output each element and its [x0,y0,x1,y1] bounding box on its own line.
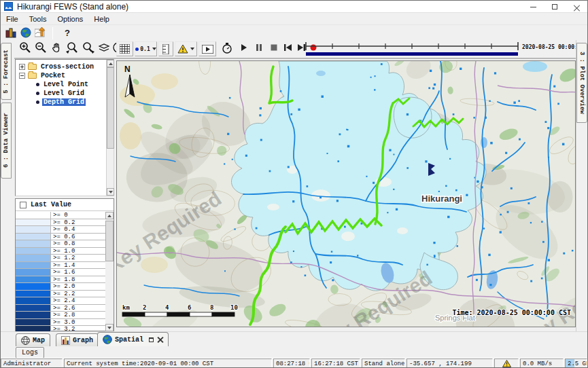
maximize-button[interactable] [544,1,566,13]
legend-scrollbar[interactable] [105,212,114,331]
scroll-down-button[interactable] [107,188,114,196]
timeline-range-bar [306,52,518,56]
timeline-track [305,41,519,58]
legend-label: >= 2.2 [51,291,105,297]
spatial-display-button[interactable] [19,26,33,39]
legend-label: >= 3.2 [51,326,105,331]
help-icon: ? [65,28,70,38]
legend-row: >= 1.4 [16,262,105,270]
zoom-out-button[interactable] [34,41,48,54]
layer-tree-panel: Cross-section Pocket Level Point Level G… [15,59,114,196]
status-gmt-time: 08:27:18 GMT [273,358,310,368]
zoom-in-button[interactable] [18,41,32,54]
tab-label: Graph [73,337,93,344]
folder-icon [28,73,37,79]
menu-tools[interactable]: Tools [24,14,52,24]
warning-dropdown[interactable] [175,41,197,56]
scale-bar-button[interactable] [158,41,173,56]
legend-label: >= 0 [51,212,105,219]
scale-tick: 2 [143,304,146,311]
tree-leaf-level-point[interactable]: Level Point [16,80,114,89]
tab-map[interactable]: Map [16,333,50,346]
legend-label: >= 3.0 [51,319,105,326]
close-button[interactable] [566,1,587,13]
grid-display-button[interactable] [116,41,133,56]
zoom-previous-button[interactable] [65,41,79,54]
tab-graph[interactable]: Graph [56,333,99,346]
legend-row: >= 0.2 [16,219,105,227]
tab-forecast[interactable]: 5 : Forecast [1,43,12,100]
last-value-checkbox[interactable] [20,202,27,208]
legend-color-swatch [16,305,51,312]
logs-label: Logs [22,349,38,356]
layers-button[interactable] [97,41,111,54]
tree-leaf-level-grid[interactable]: Level Grid [16,89,114,98]
globe-icon [21,336,30,345]
status-mode: Stand alone [362,358,405,368]
threshold-dropdown[interactable]: 0.1 [135,41,157,56]
tab-data-viewer[interactable]: 6 : Data Viewer [1,103,12,179]
first-step-button[interactable] [281,41,294,54]
map-time-label: Time: 2020-08-25 00:00:00 CST [452,309,571,316]
warning-icon [502,360,511,367]
tab-spatial[interactable]: Spatial [97,332,169,346]
ruler-icon [162,44,169,54]
scroll-up-button[interactable] [105,212,114,219]
status-local-time: 16:27:18 CST [311,358,360,368]
play-button[interactable] [237,41,251,54]
legend-row: >= 0.4 [16,226,105,234]
legend-label: >= 1.8 [51,276,105,283]
status-warning-cell[interactable] [494,358,519,368]
pan-button[interactable] [50,41,63,54]
minimize-button[interactable] [522,1,544,13]
logs-button[interactable]: Logs [16,347,44,358]
tab-plot-overview[interactable]: 3 : Plot Overview [576,43,587,123]
scroll-down-button[interactable] [105,324,114,331]
menu-file[interactable]: File [1,14,24,24]
north-label: N [124,65,131,74]
legend-row: >= 0.6 [16,234,105,241]
tree-scrollbar[interactable] [106,60,114,196]
chart-arrow-icon [35,27,46,38]
stop-button[interactable] [267,41,281,54]
zoom-next-button[interactable] [82,41,95,54]
close-panel-icon[interactable] [158,337,163,342]
tree-leaf-depth-grid[interactable]: Depth Grid [16,98,114,107]
legend-row: >= 0.8 [16,240,105,248]
timeline-slider[interactable] [305,41,519,58]
scroll-thumb[interactable] [105,221,114,261]
title-bar: Hikurangi FEWS (Stand alone) [1,1,587,13]
legend-row: >= 0 [16,212,105,219]
chart-display-button[interactable] [33,26,47,39]
legend-color-swatch [16,297,51,304]
animation-display-button[interactable] [198,41,216,56]
expand-icon[interactable] [19,64,25,70]
tree-node-pocket[interactable]: Pocket [16,71,114,80]
legend-label: >= 1.2 [51,255,105,261]
right-tab-strip: 3 : Plot Overview [576,40,587,332]
restore-panel-icon[interactable] [149,337,154,342]
menu-help[interactable]: Help [88,14,115,24]
globe-icon [103,335,112,344]
stopwatch-icon [222,42,233,54]
legend-label: >= 0.2 [51,219,105,226]
zoom-out-icon [35,41,47,54]
map-view[interactable]: API Key Required API Key Required API Ke… [116,60,576,327]
main-toolbar: ? [1,25,587,40]
stopwatch-button[interactable] [220,41,234,54]
scroll-thumb[interactable] [107,67,114,149]
pause-button[interactable] [252,41,266,54]
legend-label: >= 0.6 [51,234,105,240]
scroll-up-button[interactable] [107,60,114,67]
menu-options[interactable]: Options [52,14,88,24]
help-button[interactable]: ? [60,26,74,39]
legend-row: >= 1.6 [16,269,105,276]
database-display-button[interactable] [4,26,18,39]
threshold-dot-icon [135,48,139,51]
tree-node-cross-section[interactable]: Cross-section [16,62,114,71]
collapse-icon[interactable] [19,73,25,79]
legend-label: >= 2.0 [51,283,105,290]
legend-color-swatch [16,262,51,269]
layers-icon [98,42,110,53]
legend-row: >= 2.6 [16,305,105,312]
